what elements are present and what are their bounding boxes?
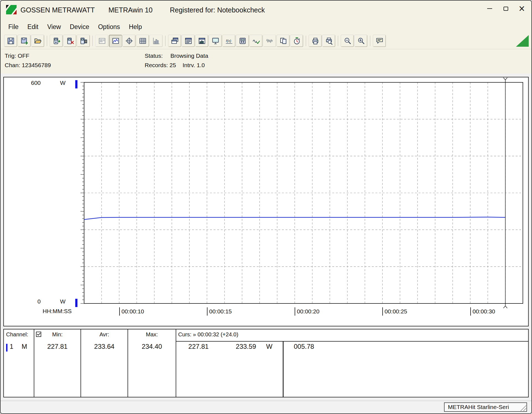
col-header-avr: Avr: xyxy=(81,331,128,338)
device-read-icon xyxy=(79,37,88,45)
view-histogram-icon xyxy=(152,37,160,45)
view-crosshair-icon xyxy=(125,37,133,45)
y-axis-unit-bottom: W xyxy=(60,298,66,305)
cursor-header-underline xyxy=(176,341,528,342)
minimize-button[interactable] xyxy=(482,2,498,15)
toolbar-wave-button[interactable] xyxy=(263,35,276,47)
toolbar-window-meter-button[interactable] xyxy=(195,35,208,47)
col-header-min: Min: xyxy=(34,331,81,338)
cell-extra-value: 005.78 xyxy=(294,343,314,350)
toolbar-separator xyxy=(92,36,93,46)
cell-min-value: 227.81 xyxy=(34,343,81,350)
table-divider xyxy=(176,329,176,397)
svg-text:f(x): f(x) xyxy=(226,39,231,43)
table-divider xyxy=(81,329,81,397)
save-icon xyxy=(7,37,15,45)
y-axis-max-label: 600 xyxy=(25,80,41,86)
toolbar-device-eject-button[interactable] xyxy=(63,35,76,47)
data-logger-icon xyxy=(238,37,247,45)
toolbar-window-list-button[interactable] xyxy=(182,35,195,47)
menu-item-help[interactable]: Help xyxy=(124,22,146,32)
toolbar-print-preview-button[interactable] xyxy=(322,35,335,47)
plot-area[interactable] xyxy=(4,77,528,326)
toolbar-device-export-button[interactable] xyxy=(50,35,63,47)
close-icon: × xyxy=(519,3,525,14)
titlebar-product-name: METRAwin 10 xyxy=(108,6,152,14)
records-text: Records: 25 xyxy=(145,62,176,69)
toolbar-separator xyxy=(47,36,47,46)
x-axis-tick-label: 00:00:30 xyxy=(470,307,495,316)
window-meter-icon xyxy=(198,37,206,45)
zoom-out-icon xyxy=(343,37,352,45)
stats-table: Channel: Min: Avr: Max: Curs: » 00:00:32… xyxy=(3,329,529,397)
toolbar-view-values-button[interactable] xyxy=(95,35,108,47)
toolbar-data-logger-button[interactable] xyxy=(236,35,249,47)
timer-icon xyxy=(293,37,301,45)
annotation-icon xyxy=(375,37,384,45)
print-icon xyxy=(311,37,320,45)
x-axis-caption: HH:MM:SS xyxy=(43,308,72,315)
x-axis-tick-label: 00:00:15 xyxy=(207,307,232,316)
menu-item-view[interactable]: View xyxy=(43,22,65,32)
cell-unit: W xyxy=(266,343,273,350)
device-name-text: METRAHit Starline-Seri xyxy=(448,404,509,410)
channel-color-marker-top xyxy=(75,80,77,88)
toolbar-wave-select-button[interactable] xyxy=(250,35,263,47)
y-axis-min-label: 0 xyxy=(25,298,41,305)
channel-list-text: Chan: 123456789 xyxy=(5,62,51,69)
app-window: GOSSEN METRAWATT METRAwin 10 Registered … xyxy=(0,0,532,414)
status-label: Status: xyxy=(145,53,163,59)
toolbar-zoom-pages-button[interactable] xyxy=(277,35,290,47)
col-header-max: Max: xyxy=(128,331,176,338)
toolbar-separator xyxy=(165,36,166,46)
toolbar-annotation-button[interactable] xyxy=(373,35,386,47)
toolbar-separator xyxy=(306,36,306,46)
cell-max-value: 234.40 xyxy=(128,343,176,350)
menu-item-file[interactable]: File xyxy=(4,22,23,32)
view-values-icon xyxy=(98,37,106,45)
view-table-icon xyxy=(139,37,147,45)
device-name-box: METRAHit Starline-Seri xyxy=(444,402,527,412)
table-divider xyxy=(128,329,128,397)
maximize-icon xyxy=(504,7,508,11)
trigger-status-text: Trig: OFF xyxy=(5,53,29,59)
titlebar: GOSSEN METRAWATT METRAwin 10 Registered … xyxy=(1,1,531,20)
toolbar-save-button[interactable] xyxy=(4,35,17,47)
maximize-button[interactable] xyxy=(498,2,514,15)
window-controls: × xyxy=(482,2,530,15)
menu-item-device[interactable]: Device xyxy=(65,22,94,32)
app-logo-icon xyxy=(6,5,17,14)
close-button[interactable]: × xyxy=(514,2,530,15)
toolbar-window-cascade-button[interactable] xyxy=(168,35,181,47)
table-divider-thick xyxy=(283,341,284,397)
toolbar-resize-triangle xyxy=(516,35,529,47)
toolbar-formula-button[interactable]: f(x) xyxy=(222,35,235,47)
menu-item-edit[interactable]: Edit xyxy=(23,22,43,32)
toolbar-open-button[interactable] xyxy=(31,35,44,47)
menu-item-options[interactable]: Options xyxy=(94,22,124,32)
cell-channel-mode: M xyxy=(22,343,27,350)
toolbar-view-crosshair-button[interactable] xyxy=(123,35,136,47)
menubar: FileEditViewDeviceOptionsHelp xyxy=(1,20,531,33)
cell-avr-value: 233.64 xyxy=(81,343,128,350)
toolbar-view-histogram-button[interactable] xyxy=(150,35,163,47)
titlebar-registered-text: Registered for: Notebookcheck xyxy=(170,6,265,14)
toolbar-device-read-button[interactable] xyxy=(77,35,90,47)
toolbar-zoom-out-button[interactable] xyxy=(341,35,354,47)
toolbar-timer-button[interactable] xyxy=(290,35,303,47)
col-header-channel: Channel: xyxy=(6,331,28,338)
titlebar-app-name: GOSSEN METRAWATT xyxy=(20,6,95,14)
toolbar-view-chart-button[interactable] xyxy=(109,35,122,47)
toolbar-separator xyxy=(338,36,338,46)
toolbar-monitor-button[interactable] xyxy=(209,35,222,47)
view-chart-icon xyxy=(111,37,120,45)
col-header-cursor: Curs: » 00:00:32 (+24.0) xyxy=(178,331,238,338)
toolbar-print-button[interactable] xyxy=(309,35,322,47)
x-axis-tick-label: 00:00:10 xyxy=(119,307,144,316)
save-as-icon xyxy=(20,37,28,45)
toolbar-zoom-in-button[interactable] xyxy=(354,35,367,47)
resize-grip[interactable] xyxy=(520,404,526,411)
status-value: Browsing Data xyxy=(170,53,208,59)
toolbar-save-as-button[interactable] xyxy=(18,35,31,47)
toolbar-view-table-button[interactable] xyxy=(136,35,149,47)
